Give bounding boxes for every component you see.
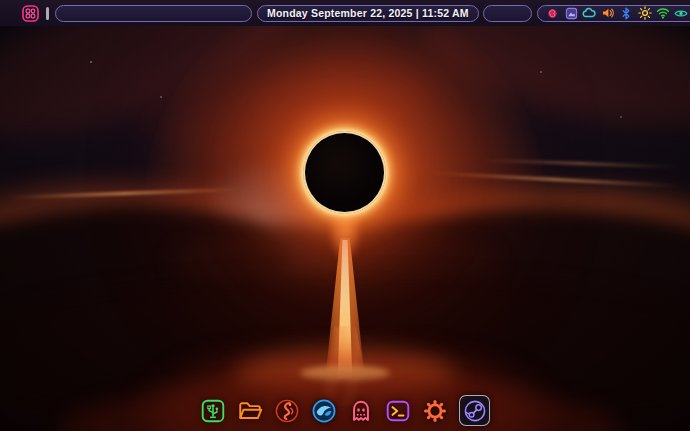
- usb-drive-icon[interactable]: [200, 398, 226, 424]
- vignette: [0, 26, 690, 431]
- seahorse-icon[interactable]: [274, 398, 300, 424]
- steam-icon[interactable]: [459, 395, 490, 426]
- system-tray: [537, 5, 690, 22]
- dock: [0, 395, 690, 426]
- clock-text: Monday September 22, 2025 | 11:52 AM: [267, 7, 469, 19]
- wallpaper: [0, 26, 690, 431]
- top-panel: Monday September 22, 2025 | 11:52 AM: [0, 0, 690, 26]
- blue-wave-browser-icon[interactable]: [311, 398, 337, 424]
- display-icon[interactable]: [564, 6, 579, 21]
- cloud-icon[interactable]: [582, 6, 597, 21]
- panel-separator: [46, 7, 49, 20]
- flower-icon[interactable]: [545, 6, 560, 21]
- terminal-icon[interactable]: [385, 398, 411, 424]
- taskbar-window-list[interactable]: [55, 5, 252, 22]
- eye-icon[interactable]: [674, 6, 689, 21]
- desktop: Monday September 22, 2025 | 11:52 AM: [0, 0, 690, 431]
- brightness-icon[interactable]: [637, 6, 652, 21]
- file-manager-icon[interactable]: [237, 398, 263, 424]
- app-grid-icon[interactable]: [22, 5, 39, 22]
- wifi-icon[interactable]: [655, 6, 670, 21]
- volume-icon[interactable]: [600, 6, 615, 21]
- ghost-terminal-icon[interactable]: [348, 398, 374, 424]
- clock-widget[interactable]: Monday September 22, 2025 | 11:52 AM: [257, 5, 479, 22]
- settings-gear-icon[interactable]: [422, 398, 448, 424]
- workspace-pill[interactable]: [483, 5, 532, 22]
- bluetooth-icon[interactable]: [619, 6, 634, 21]
